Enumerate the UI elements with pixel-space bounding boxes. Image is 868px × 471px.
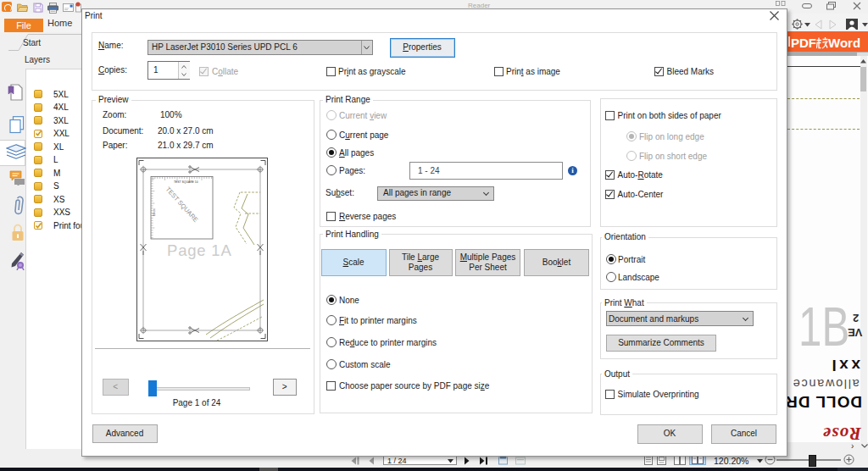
svg-text:TEST SQUARE 10: TEST SQUARE 10 bbox=[174, 180, 198, 184]
svg-text:Page 1A: Page 1A bbox=[167, 241, 232, 259]
svg-text:10 cm: 10 cm bbox=[153, 208, 156, 216]
